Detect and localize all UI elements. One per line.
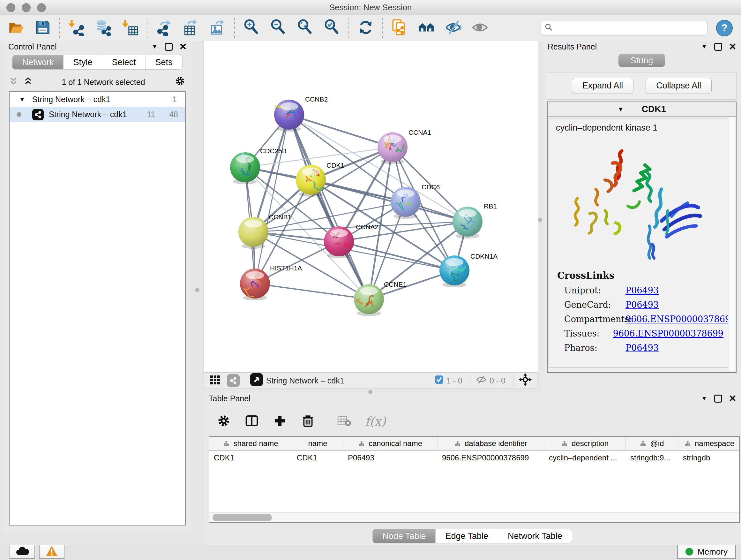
panel-float-icon[interactable] bbox=[165, 43, 173, 51]
collapse-all-button[interactable]: Collapse All bbox=[646, 78, 712, 94]
network-row[interactable]: String Network – cdk1 11 48 bbox=[10, 107, 185, 122]
memory-button[interactable]: Memory bbox=[677, 545, 736, 559]
tab-network-table[interactable]: Network Table bbox=[498, 529, 572, 543]
network-edge[interactable] bbox=[289, 115, 393, 147]
panel-float-icon[interactable] bbox=[714, 395, 722, 402]
table-cell[interactable]: CDK1 bbox=[292, 451, 343, 465]
show-hidden-button[interactable] bbox=[467, 16, 493, 40]
tab-network[interactable]: Network bbox=[12, 55, 64, 70]
apply-layout-button[interactable] bbox=[352, 16, 379, 40]
network-collection-row[interactable]: ▼ String Network – cdk1 1 bbox=[10, 92, 185, 107]
tab-style[interactable]: Style bbox=[64, 55, 102, 70]
export-table-button[interactable] bbox=[178, 16, 204, 40]
grid-view-icon[interactable] bbox=[210, 374, 220, 387]
export-network-button[interactable] bbox=[151, 16, 178, 40]
expand-all-button[interactable]: Expand All bbox=[572, 78, 634, 94]
network-node-rb1[interactable] bbox=[453, 206, 482, 239]
network-edge[interactable] bbox=[255, 115, 289, 284]
scrollbar-thumb[interactable] bbox=[212, 514, 272, 521]
save-session-button[interactable] bbox=[29, 16, 56, 40]
import-network-button[interactable] bbox=[63, 16, 90, 40]
collapse-protein-icon[interactable]: ▼ bbox=[617, 106, 624, 113]
show-columns-icon[interactable] bbox=[245, 414, 259, 429]
column-header-name[interactable]: name bbox=[292, 437, 343, 450]
gear-icon[interactable] bbox=[174, 75, 186, 89]
add-column-icon[interactable] bbox=[273, 414, 287, 429]
search-input[interactable] bbox=[556, 23, 704, 33]
warning-button[interactable] bbox=[39, 545, 64, 559]
network-node-cdc6[interactable] bbox=[391, 187, 421, 219]
column-header-namespace[interactable]: namespace bbox=[678, 437, 740, 450]
search-box[interactable] bbox=[541, 21, 708, 36]
right-splitter-handle[interactable] bbox=[538, 218, 542, 222]
network-node-cdk1[interactable] bbox=[296, 165, 326, 197]
network-node-cdc25b[interactable] bbox=[230, 152, 260, 184]
cloud-button[interactable] bbox=[10, 545, 35, 559]
import-table-button[interactable] bbox=[117, 16, 144, 40]
table-cell[interactable]: stringdb bbox=[678, 451, 740, 465]
export-image-button[interactable] bbox=[204, 16, 231, 40]
open-session-button[interactable] bbox=[3, 16, 29, 40]
column-header-id[interactable]: @id bbox=[626, 437, 678, 450]
network-node-ccna1[interactable] bbox=[378, 132, 408, 164]
network-node-ccne1[interactable] bbox=[354, 284, 384, 316]
panel-float-icon[interactable] bbox=[714, 43, 722, 51]
table-cell[interactable]: P06493 bbox=[343, 451, 437, 465]
panel-close-icon[interactable]: × bbox=[729, 42, 736, 51]
left-splitter-handle[interactable] bbox=[195, 288, 199, 292]
network-node-ccnb1[interactable] bbox=[239, 217, 268, 249]
bottom-splitter-handle[interactable] bbox=[368, 390, 373, 394]
network-graph[interactable]: CCNB2CCNA1CDC25BCDK1CDC6RB1CCNB1CCNA2CDK… bbox=[204, 41, 538, 372]
help-button[interactable]: ? bbox=[716, 20, 733, 37]
column-header-database-identifier[interactable]: database identifier bbox=[437, 437, 544, 450]
selected-checkbox-icon[interactable] bbox=[434, 375, 444, 386]
table-cell[interactable]: cyclin–dependent ... bbox=[544, 451, 626, 465]
tab-string[interactable]: String bbox=[618, 54, 665, 67]
tree-expander-icon[interactable]: ▼ bbox=[19, 96, 25, 103]
table-cell[interactable]: 9606.ENSP00000378699 bbox=[437, 451, 544, 465]
pan-crosshair-icon[interactable] bbox=[519, 373, 532, 388]
zoom-in-button[interactable] bbox=[238, 16, 265, 40]
column-header-canonical-name[interactable]: canonical name bbox=[343, 437, 437, 450]
zoom-fit-button[interactable] bbox=[292, 16, 319, 40]
show-all-networks-button[interactable] bbox=[413, 16, 440, 40]
hidden-eye-icon[interactable] bbox=[475, 375, 487, 386]
crosslink-link[interactable]: P06493 bbox=[625, 286, 659, 295]
network-canvas[interactable]: CCNB2CCNA1CDC25BCDK1CDC6RB1CCNB1CCNA2CDK… bbox=[204, 41, 538, 372]
crosslink-link[interactable]: P06493 bbox=[625, 343, 659, 353]
crosslink-link[interactable]: 9606.ENSP00000378699 bbox=[625, 314, 728, 324]
results-scrollbar[interactable] bbox=[729, 118, 735, 371]
protein-header[interactable]: ▼ CDK1 bbox=[548, 102, 736, 117]
close-window-button[interactable] bbox=[6, 3, 15, 12]
table-cell[interactable]: CDK1 bbox=[209, 451, 292, 465]
hide-selected-button[interactable] bbox=[440, 16, 467, 40]
panel-collapse-icon[interactable]: ▼ bbox=[701, 395, 707, 402]
duplicate-network-button[interactable] bbox=[386, 16, 413, 40]
zoom-selected-button[interactable] bbox=[319, 16, 345, 40]
share-view-icon[interactable] bbox=[227, 374, 240, 387]
expand-all-networks-icon[interactable] bbox=[23, 77, 32, 87]
network-edge[interactable] bbox=[255, 284, 369, 299]
panel-close-icon[interactable]: × bbox=[729, 394, 736, 403]
table-row[interactable]: CDK1CDK1P064939606.ENSP00000378699cyclin… bbox=[209, 451, 739, 465]
collapse-all-networks-icon[interactable] bbox=[9, 77, 18, 87]
tab-select[interactable]: Select bbox=[102, 55, 145, 70]
tab-edge-table[interactable]: Edge Table bbox=[435, 529, 498, 543]
panel-collapse-icon[interactable]: ▼ bbox=[151, 43, 158, 50]
tab-node-table[interactable]: Node Table bbox=[373, 529, 435, 543]
minimize-window-button[interactable] bbox=[22, 3, 30, 12]
table-cell[interactable]: stringdb:9... bbox=[626, 451, 678, 465]
network-edge[interactable] bbox=[311, 180, 468, 222]
column-header-description[interactable]: description bbox=[544, 437, 626, 450]
birdseye-view-icon[interactable] bbox=[250, 373, 263, 388]
table-horizontal-scrollbar[interactable] bbox=[209, 512, 739, 522]
crosslink-link[interactable]: P06493 bbox=[625, 300, 659, 310]
network-node-cdkn1a[interactable] bbox=[440, 255, 469, 287]
table-gear-icon[interactable] bbox=[216, 414, 231, 429]
zoom-out-button[interactable] bbox=[265, 16, 292, 40]
panel-close-icon[interactable]: × bbox=[180, 42, 186, 51]
crosslink-link[interactable]: 9606.ENSP00000378699 bbox=[613, 328, 724, 338]
tab-sets[interactable]: Sets bbox=[146, 55, 183, 70]
maximize-window-button[interactable] bbox=[37, 3, 46, 12]
delete-column-icon[interactable] bbox=[300, 414, 315, 429]
